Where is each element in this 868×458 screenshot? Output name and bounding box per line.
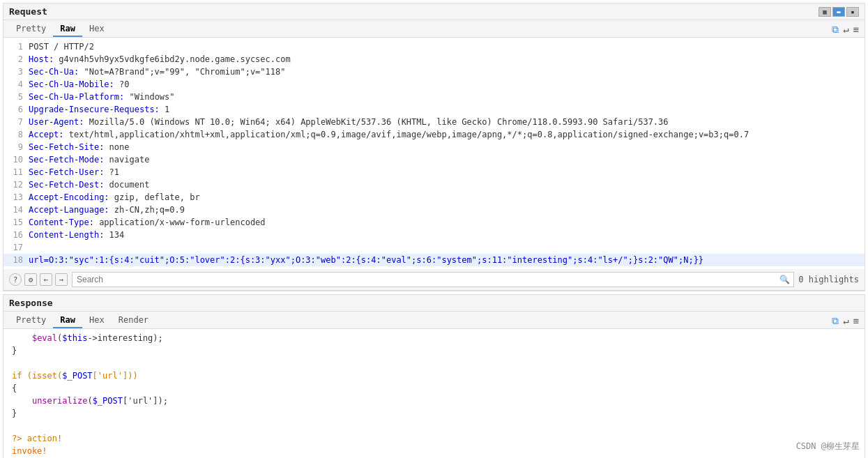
forward-icon[interactable]: → [55, 273, 68, 286]
resp-line-if: if (isset($_POST['url'])) [3, 369, 865, 382]
win-btn-small[interactable]: ▪ [846, 7, 859, 17]
tab-raw[interactable]: Raw [53, 22, 82, 37]
code-line-13: 13 Accept-Encoding: gzip, deflate, br [3, 191, 865, 204]
resp-line-brace1: } [3, 344, 865, 357]
search-bar-icons: ? ⚙ ← → [9, 273, 68, 286]
response-title: Response [9, 298, 53, 308]
resp-line-phpend: ?> action! [3, 432, 865, 445]
response-header: Response [3, 295, 865, 312]
search-input[interactable] [72, 272, 794, 287]
request-tabs: Pretty Raw Hex ⧉ ↵ ≡ [3, 20, 865, 38]
search-bar: ? ⚙ ← → 🔍 0 highlights [3, 269, 865, 291]
code-line-18: 18 url=O:3:"syc":1:{s:4:"cuit";O:5:"love… [3, 254, 865, 266]
resp-line-empty1 [3, 357, 865, 369]
resp-line-brace2: { [3, 382, 865, 395]
code-line-16: 16 Content-Length: 134 [3, 229, 865, 241]
resp-line-eval: $eval($this->interesting); [3, 332, 865, 344]
response-tabs: Pretty Raw Hex Render ⧉ ↵ ≡ [3, 312, 865, 329]
response-panel: Response Pretty Raw Hex Render ⧉ ↵ ≡ $ev… [3, 294, 865, 458]
resp-line-brace3: } [3, 407, 865, 420]
newline-icon[interactable]: ↵ [843, 24, 848, 35]
resp-line-empty2 [3, 420, 865, 432]
code-line-7: 7 User-Agent: Mozilla/5.0 (Windows NT 10… [3, 116, 865, 128]
highlights-label: 0 highlights [798, 275, 859, 284]
code-line-10: 10 Sec-Fetch-Mode: navigate [3, 153, 865, 166]
code-line-1: 1 POST / HTTP/2 [3, 40, 865, 53]
resp-line-invoke: invoke! [3, 445, 865, 457]
request-toolbar-right: ⧉ ↵ ≡ [832, 22, 859, 37]
request-title: Request [9, 6, 47, 17]
code-line-8: 8 Accept: text/html,application/xhtml+xm… [3, 128, 865, 141]
resp-tab-raw[interactable]: Raw [53, 313, 82, 328]
response-toolbar-right: ⧉ ↵ ≡ [832, 313, 859, 328]
settings-icon[interactable]: ⚙ [24, 273, 37, 286]
copy-icon[interactable]: ⧉ [832, 24, 839, 36]
code-line-3: 3 Sec-Ch-Ua: "Not=A?Brand";v="99", "Chro… [3, 66, 865, 78]
code-line-2: 2 Host: g4vn4h5vh9yx5vdkgfe6ibd2y.node.g… [3, 53, 865, 66]
code-line-17: 17 [3, 241, 865, 254]
win-btn-grid[interactable]: ▦ [818, 7, 831, 17]
menu-icon[interactable]: ≡ [853, 24, 859, 35]
resp-copy-icon[interactable]: ⧉ [832, 315, 839, 327]
resp-newline-icon[interactable]: ↵ [843, 315, 848, 326]
code-line-14: 14 Accept-Language: zh-CN,zh;q=0.9 [3, 204, 865, 216]
watermark: CSDN @柳生芽星 [796, 441, 860, 452]
window-controls: ▦ ▬ ▪ [818, 7, 859, 17]
resp-tab-hex[interactable]: Hex [82, 313, 112, 328]
request-code-area: 1 POST / HTTP/2 2 Host: g4vn4h5vh9yx5vdk… [3, 38, 865, 269]
code-line-12: 12 Sec-Fetch-Dest: document [3, 178, 865, 191]
code-line-6: 6 Upgrade-Insecure-Requests: 1 [3, 103, 865, 116]
resp-line-unserialize: unserialize($_POST['url']); [3, 395, 865, 407]
response-code-area: $eval($this->interesting); } if (isset($… [3, 329, 865, 458]
search-magnifier-icon: 🔍 [779, 275, 790, 284]
code-line-11: 11 Sec-Fetch-User: ?1 [3, 166, 865, 178]
resp-tab-render[interactable]: Render [112, 313, 155, 328]
code-line-15: 15 Content-Type: application/x-www-form-… [3, 216, 865, 229]
help-icon[interactable]: ? [9, 273, 22, 286]
code-line-5: 5 Sec-Ch-Ua-Platform: "Windows" [3, 91, 865, 103]
tab-hex[interactable]: Hex [82, 22, 112, 37]
resp-menu-icon[interactable]: ≡ [853, 315, 859, 326]
resp-tab-pretty[interactable]: Pretty [9, 313, 53, 328]
request-panel: Request ▦ ▬ ▪ Pretty Raw Hex ⧉ ↵ ≡ 1 POS… [3, 3, 865, 291]
search-input-wrap: 🔍 [72, 272, 794, 287]
request-header: Request ▦ ▬ ▪ [3, 3, 865, 20]
code-line-4: 4 Sec-Ch-Ua-Mobile: ?0 [3, 78, 865, 91]
code-line-9: 9 Sec-Fetch-Site: none [3, 141, 865, 153]
tab-pretty[interactable]: Pretty [9, 22, 53, 37]
win-btn-panel[interactable]: ▬ [832, 7, 845, 17]
back-icon[interactable]: ← [40, 273, 52, 286]
